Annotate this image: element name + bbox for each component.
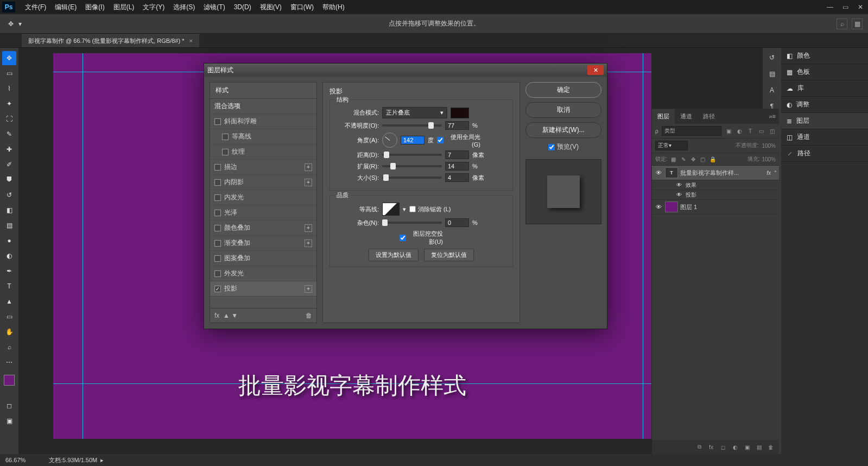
fx-badge[interactable]: fx	[766, 170, 771, 176]
doc-info[interactable]: 文档:5.93M/1.50M	[49, 456, 97, 464]
delete-style-icon[interactable]: 🗑	[306, 312, 312, 319]
knockout-check[interactable]: 图层挖空投影(U)	[400, 230, 443, 246]
lock-pixels-icon[interactable]: ▦	[670, 155, 677, 163]
expand-effects-icon[interactable]: ˄	[774, 170, 777, 176]
distance-slider[interactable]	[382, 154, 442, 156]
guide-vertical[interactable]	[643, 53, 643, 439]
menu-type[interactable]: 文字(Y)	[138, 1, 169, 14]
ok-button[interactable]: 确定	[525, 82, 601, 98]
cancel-button[interactable]: 取消	[525, 102, 601, 118]
layer-row-text[interactable]: 👁 T 批量影视字幕制作样... fx ˄	[652, 166, 779, 180]
spread-slider[interactable]	[382, 165, 442, 167]
style-color-overlay[interactable]: 颜色叠加+	[210, 221, 316, 236]
menu-file[interactable]: 文件(F)	[21, 1, 50, 14]
effects-header[interactable]: 👁 效果	[652, 180, 779, 190]
quickmask-tool[interactable]: ◻	[2, 399, 16, 413]
type-tool[interactable]: T	[2, 279, 16, 293]
gradient-tool[interactable]: ▤	[2, 218, 16, 232]
style-texture[interactable]: 纹理	[210, 144, 316, 160]
blur-tool[interactable]: ●	[2, 234, 16, 248]
screenmode-tool[interactable]: ▣	[2, 414, 16, 428]
styles-header[interactable]: 样式	[210, 83, 316, 99]
zoom-level[interactable]: 66.67%	[5, 457, 38, 463]
blend-mode-select[interactable]: 正片叠底▾	[382, 107, 447, 118]
tab-channels[interactable]: 通道	[675, 109, 698, 124]
menu-help[interactable]: 帮助(H)	[318, 1, 349, 14]
crop-tool[interactable]: ⛶	[2, 112, 16, 126]
style-satin[interactable]: 光泽	[210, 205, 316, 221]
opacity-input[interactable]: 77	[445, 121, 469, 130]
add-effect-icon[interactable]: +	[305, 285, 312, 293]
magic-wand-tool[interactable]: ✦	[2, 97, 16, 111]
use-global-light[interactable]: 使用全局光 (G)	[437, 133, 480, 148]
lock-all-icon[interactable]: 🔒	[709, 155, 717, 163]
menu-window[interactable]: 窗口(W)	[286, 1, 318, 14]
history-brush-tool[interactable]: ↺	[2, 188, 16, 202]
eraser-tool[interactable]: ◧	[2, 203, 16, 217]
eyedropper-tool[interactable]: ✎	[2, 127, 16, 141]
dialog-close-button[interactable]: ✕	[587, 65, 604, 75]
tab-layers[interactable]: 图层	[652, 109, 675, 124]
visibility-toggle[interactable]: 👁	[675, 192, 683, 198]
reset-default-button[interactable]: 复位为默认值	[424, 249, 474, 261]
minimize-icon[interactable]: —	[823, 2, 837, 12]
maximize-icon[interactable]: ▭	[839, 2, 852, 12]
dodge-tool[interactable]: ◐	[2, 249, 16, 263]
layer-name[interactable]: 批量影视字幕制作样...	[680, 169, 764, 177]
move-up-icon[interactable]: ▲	[223, 312, 230, 319]
distance-input[interactable]: 7	[445, 150, 469, 159]
fill-value[interactable]: 100%	[762, 156, 776, 162]
angle-dial[interactable]	[382, 133, 397, 148]
move-tool-icon[interactable]: ✥	[5, 18, 16, 29]
style-inner-shadow[interactable]: 内阴影+	[210, 175, 316, 190]
stamp-tool[interactable]: ⛊	[2, 173, 16, 187]
set-default-button[interactable]: 设置为默认值	[369, 249, 419, 261]
style-bevel[interactable]: 斜面和浮雕	[210, 114, 316, 129]
character-panel-icon[interactable]: A	[765, 84, 778, 97]
close-icon[interactable]: ✕	[854, 2, 867, 12]
style-inner-glow[interactable]: 内发光	[210, 190, 316, 205]
layer-name[interactable]: 图层 1	[680, 203, 777, 211]
spread-input[interactable]: 14	[445, 162, 469, 171]
add-effect-icon[interactable]: +	[305, 179, 312, 186]
delete-layer-icon[interactable]: 🗑	[767, 443, 775, 451]
menu-filter[interactable]: 滤镜(T)	[199, 1, 229, 14]
lock-brush-icon[interactable]: ✎	[680, 155, 687, 163]
history-panel-icon[interactable]: ↺	[765, 51, 778, 64]
noise-slider[interactable]	[382, 222, 442, 224]
panel-paths[interactable]: ⟋路径	[781, 146, 868, 162]
panel-adjustments[interactable]: ◐调整	[781, 97, 868, 113]
filter-smart-icon[interactable]: ◫	[768, 127, 776, 135]
effect-drop-shadow[interactable]: 👁 投影	[652, 190, 779, 200]
new-layer-icon[interactable]: ▤	[755, 443, 763, 451]
panel-libraries[interactable]: ☁库	[781, 80, 868, 97]
blend-mode-select[interactable]: 正常▾	[655, 141, 688, 150]
preview-check[interactable]: 预览(V)	[525, 142, 601, 152]
edit-toolbar[interactable]: ⋯	[2, 355, 16, 369]
noise-input[interactable]: 0	[445, 218, 469, 227]
size-slider[interactable]	[382, 177, 442, 179]
hand-tool[interactable]: ✋	[2, 325, 16, 339]
angle-input[interactable]: 142	[401, 136, 425, 144]
tab-close-icon[interactable]: ×	[189, 37, 193, 44]
layer-row-bg[interactable]: 👁 图层 1	[652, 200, 779, 215]
link-layers-icon[interactable]: ⧉	[695, 443, 703, 451]
panel-color[interactable]: ◧颜色	[781, 48, 868, 64]
filter-image-icon[interactable]: ▣	[725, 127, 732, 135]
visibility-toggle[interactable]: 👁	[675, 182, 683, 188]
move-down-icon[interactable]: ▼	[231, 312, 238, 319]
opacity-value[interactable]: 100%	[762, 143, 776, 149]
lasso-tool[interactable]: ⌇	[2, 81, 16, 96]
search-icon[interactable]: ⌕	[837, 18, 847, 29]
group-icon[interactable]: ▣	[743, 443, 751, 451]
filter-adjust-icon[interactable]: ◐	[736, 127, 743, 135]
dialog-titlebar[interactable]: 图层样式 ✕	[204, 64, 607, 77]
menu-layer[interactable]: 图层(L)	[109, 1, 139, 14]
move-tool[interactable]: ✥	[2, 51, 16, 65]
marquee-tool[interactable]: ▭	[2, 66, 16, 80]
menu-view[interactable]: 视图(V)	[256, 1, 286, 14]
menu-edit[interactable]: 编辑(E)	[50, 1, 81, 14]
add-effect-icon[interactable]: +	[305, 240, 312, 247]
new-style-button[interactable]: 新建样式(W)...	[525, 122, 601, 138]
tab-paths[interactable]: 路径	[698, 109, 720, 124]
